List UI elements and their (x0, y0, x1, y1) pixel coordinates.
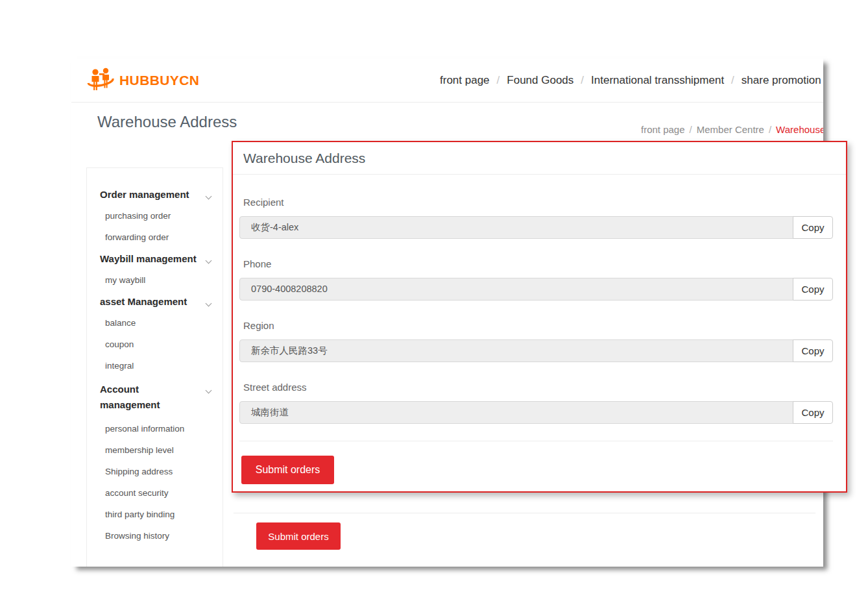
brand-logo[interactable]: HUBBUYCN (84, 66, 199, 95)
sidebar-item-browsing-history[interactable]: Browsing history (87, 525, 223, 546)
chevron-down-icon (206, 258, 212, 264)
phone-field-group: Phone 0790-4008208820 Copy (239, 258, 833, 301)
panel-body: Recipient 收货-4-alex Copy Phone 0790-4008… (233, 197, 846, 484)
top-nav: front page/Found Goods/International tra… (440, 58, 823, 103)
nav-separator: / (724, 74, 741, 86)
sidebar-section-asset-management[interactable]: asset Management (87, 291, 223, 312)
sidebar-item-forwarding-order[interactable]: forwarding order (87, 227, 223, 248)
sidebar-item-my-waybill[interactable]: my waybill (87, 269, 223, 291)
sidebar-item-coupon[interactable]: coupon (87, 334, 223, 355)
breadcrumb-member-centre[interactable]: Member Centre (697, 124, 764, 135)
page-title: Warehouse Address (97, 113, 237, 131)
warehouse-address-zoom-panel: Warehouse Address Recipient 收货-4-alex Co… (232, 141, 847, 493)
recipient-input[interactable]: 收货-4-alex (239, 216, 793, 239)
copy-region-button[interactable]: Copy (793, 339, 833, 362)
chevron-down-icon (206, 301, 212, 307)
sidebar-item-shipping-address[interactable]: Shipping address (87, 461, 223, 482)
sidebar-item-integral[interactable]: integral (87, 355, 223, 376)
breadcrumb-separator: / (685, 124, 697, 135)
recipient-label: Recipient (243, 197, 833, 208)
nav-separator: / (490, 74, 507, 86)
sidebar: Order management purchasing order forwar… (86, 167, 223, 567)
sidebar-item-purchasing-order[interactable]: purchasing order (87, 205, 223, 227)
sidebar-section-label: Waybill management (100, 253, 197, 264)
nav-item-found-goods[interactable]: Found Goods (507, 74, 573, 86)
sidebar-item-personal-information[interactable]: personal information (87, 418, 223, 439)
chevron-down-icon (206, 193, 212, 200)
copy-recipient-button[interactable]: Copy (793, 216, 833, 239)
region-label: Region (243, 320, 833, 331)
chevron-down-icon (206, 387, 212, 394)
nav-item-international-transshipment[interactable]: International transshipment (591, 74, 724, 86)
copy-street-address-button[interactable]: Copy (793, 401, 833, 424)
logo-icon (84, 67, 115, 94)
submit-orders-button[interactable]: Submit orders (256, 522, 341, 550)
nav-item-share-promotion[interactable]: share promotion (741, 74, 821, 86)
breadcrumb-current-warehouse-address: Warehouse Address (776, 124, 823, 135)
sidebar-section-label: Account management (100, 382, 173, 413)
copy-phone-button[interactable]: Copy (793, 278, 833, 301)
sidebar-section-label: Order management (100, 189, 189, 200)
sidebar-item-third-party-binding[interactable]: third party binding (87, 504, 223, 525)
recipient-field-group: Recipient 收货-4-alex Copy (239, 197, 833, 239)
panel-divider (239, 441, 833, 441)
brand-name: HUBBUYCN (119, 73, 199, 88)
sidebar-section-account-management[interactable]: Account management (87, 376, 223, 418)
sidebar-item-account-security[interactable]: account security (87, 482, 223, 504)
phone-label: Phone (243, 258, 833, 269)
sidebar-item-balance[interactable]: balance (87, 312, 223, 334)
sidebar-item-membership-level[interactable]: membership level (87, 439, 223, 461)
street-address-field-group: Street address 城南街道 Copy (239, 382, 833, 424)
street-address-label: Street address (243, 382, 833, 393)
breadcrumb-separator: / (764, 124, 776, 135)
region-field-group: Region 新余市人民路33号 Copy (239, 320, 833, 362)
breadcrumb: front page/Member Centre/Warehouse Addre… (641, 124, 823, 135)
submit-orders-button[interactable]: Submit orders (241, 456, 334, 484)
main-panel-divider (234, 513, 815, 513)
sidebar-section-order-management[interactable]: Order management (87, 184, 223, 205)
site-header: HUBBUYCN front page/Found Goods/Internat… (71, 58, 823, 103)
sidebar-section-label: asset Management (100, 296, 187, 307)
nav-separator: / (573, 74, 591, 86)
breadcrumb-front-page[interactable]: front page (641, 124, 685, 135)
panel-title: Warehouse Address (233, 142, 846, 175)
sidebar-section-waybill-management[interactable]: Waybill management (87, 248, 223, 269)
phone-input[interactable]: 0790-4008208820 (239, 278, 793, 301)
region-input[interactable]: 新余市人民路33号 (239, 339, 793, 362)
street-address-input[interactable]: 城南街道 (239, 401, 793, 424)
nav-item-front-page[interactable]: front page (440, 74, 490, 86)
